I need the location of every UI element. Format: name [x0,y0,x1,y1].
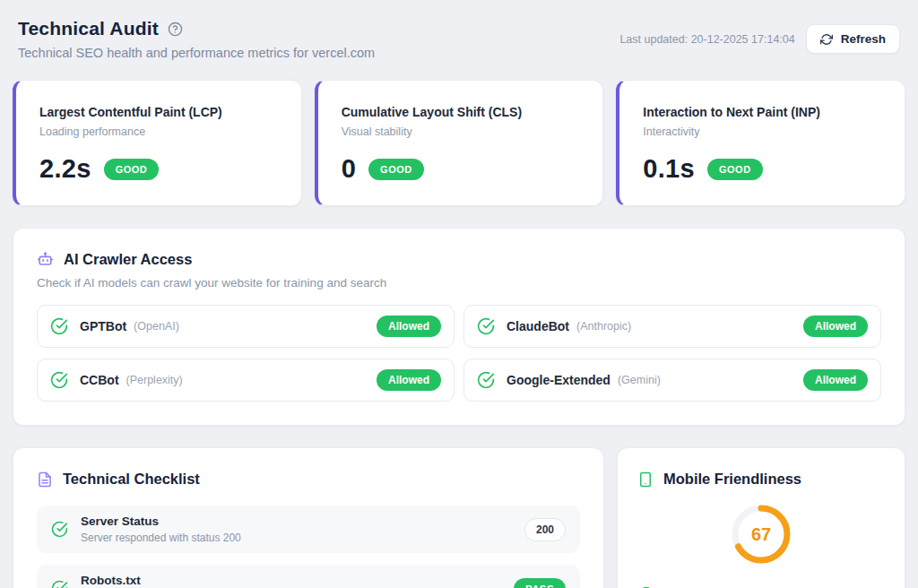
status-badge: GOOD [707,159,763,180]
checklist-section-title: Technical Checklist [63,471,200,488]
check-circle-icon [51,580,68,588]
crawler-status-badge: Allowed [377,369,441,391]
checklist-item-description: Server responded with status 200 [81,532,241,544]
metric-card-cls: Cumulative Layout Shift (CLS) Visual sta… [315,80,604,206]
crawler-row-claudebot: ClaudeBot (Anthropic) Allowed [463,305,881,348]
metric-title: Largest Contentful Paint (LCP) [39,105,278,119]
crawler-provider: (Gemini) [618,374,661,386]
status-badge: GOOD [104,159,160,180]
metric-title: Interaction to Next Paint (INP) [643,105,881,119]
check-circle-icon [477,317,495,335]
document-icon [37,471,53,488]
crawler-provider: (Anthropic) [576,320,631,333]
mobile-section-title: Mobile Friendliness [663,471,801,488]
smartphone-icon [637,471,654,488]
metric-value: 0.1s [643,154,695,184]
crawler-name: ClaudeBot [507,319,569,333]
crawler-name: CCBot [80,373,119,387]
ai-crawler-section-subtitle: Check if AI models can crawl your websit… [37,276,881,290]
check-circle-icon [50,317,68,335]
metrics-row: Largest Contentful Paint (LCP) Loading p… [13,80,905,206]
crawler-row-ccbot: CCBot (Perplexity) Allowed [37,359,455,402]
mobile-score-value: 67 [729,502,793,566]
crawler-name: Google-Extended [507,373,611,387]
metric-value: 0 [342,154,356,184]
crawler-status-badge: Allowed [377,316,441,337]
robot-icon [37,251,54,268]
status-code-badge: 200 [524,518,566,541]
metric-subtitle: Loading performance [39,125,278,138]
check-circle-icon [51,521,68,538]
check-circle-icon [50,371,68,389]
crawler-provider: (Perplexity) [126,374,183,386]
page-subtitle: Technical SEO health and performance met… [18,46,375,60]
refresh-button[interactable]: Refresh [806,24,900,54]
ai-crawler-access-card: AI Crawler Access Check if AI models can… [13,228,905,426]
status-badge: GOOD [368,159,424,180]
checklist-items: Server Status Server responded with stat… [37,506,580,588]
mobile-score-gauge: 67 [729,502,793,566]
metric-card-inp: Interaction to Next Paint (INP) Interact… [616,80,905,206]
crawler-grid: GPTBot (OpenAI) Allowed ClaudeBot (Anthr… [37,305,881,402]
checklist-item-server-status: Server Status Server responded with stat… [37,506,580,553]
crawler-row-gptbot: GPTBot (OpenAI) Allowed [37,305,455,348]
crawler-name: GPTBot [80,319,126,333]
technical-audit-page: Technical Audit Technical SEO health and… [0,0,918,588]
crawler-provider: (OpenAI) [134,320,179,333]
checklist-item-name: Robots.txt [81,574,193,587]
last-updated-text: Last updated: 20-12-2025 17:14:04 [619,33,794,46]
metric-value: 2.2s [39,154,91,184]
checklist-item-name: Server Status [81,514,241,528]
checklist-item-robots-txt: Robots.txt Robots.txt is accessible PASS [37,565,580,588]
crawler-row-google-extended: Google-Extended (Gemini) Allowed [463,359,881,402]
page-header: Technical Audit Technical SEO health and… [13,14,905,60]
mobile-friendliness-card: Mobile Friendliness 67 No mobile issues … [617,447,905,588]
header-right: Last updated: 20-12-2025 17:14:04 Refres… [619,24,900,54]
refresh-icon [820,33,833,46]
crawler-status-badge: Allowed [803,316,868,337]
help-icon[interactable] [168,22,183,37]
header-left: Technical Audit Technical SEO health and… [18,18,375,60]
ai-crawler-section-title: AI Crawler Access [64,251,192,268]
crawler-status-badge: Allowed [803,369,868,391]
page-title: Technical Audit [18,18,159,39]
check-circle-icon [477,371,495,389]
metric-subtitle: Interactivity [643,125,881,138]
refresh-button-label: Refresh [841,32,886,46]
metric-subtitle: Visual stability [342,125,580,138]
pass-badge: PASS [514,578,566,588]
metric-title: Cumulative Layout Shift (CLS) [342,105,580,119]
technical-checklist-card: Technical Checklist Server Status Server… [13,447,604,588]
metric-card-lcp: Largest Contentful Paint (LCP) Loading p… [13,80,302,206]
